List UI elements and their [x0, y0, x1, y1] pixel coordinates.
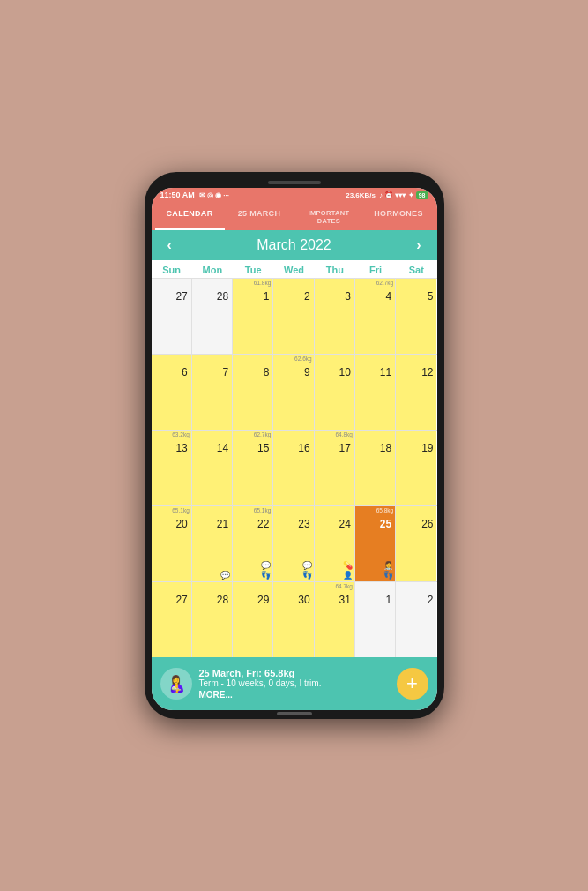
day-cell[interactable]: 16: [273, 431, 314, 505]
month-header: ‹ March 2022 ›: [152, 230, 437, 260]
day-cell[interactable]: 30: [273, 582, 314, 657]
day-cell[interactable]: 29: [233, 582, 273, 657]
day-header-sat: Sat: [396, 260, 436, 278]
battery-indicator: 98: [416, 191, 428, 199]
person-icon: 👤: [343, 571, 353, 580]
calendar-weeks: 27 28 61.8kg 1 2 3 62.7kg 4 5: [152, 278, 437, 657]
day-header-thu: Thu: [315, 260, 355, 278]
day-cell[interactable]: 1: [355, 582, 396, 657]
day-cell[interactable]: 2: [396, 582, 436, 657]
data-speed: 23.6KB/s: [346, 191, 376, 199]
day-header-wed: Wed: [273, 260, 314, 278]
more-link[interactable]: MORE...: [199, 690, 390, 700]
day-header-tue: Tue: [233, 260, 273, 278]
chat-icon: 💬: [302, 561, 312, 570]
day-cell[interactable]: 62.7kg 4: [355, 279, 396, 354]
pill-icon: 💊: [343, 561, 353, 570]
tab-hormones[interactable]: HORMONES: [364, 202, 434, 230]
tab-25march[interactable]: 25 MARCH: [225, 202, 294, 230]
day-cell[interactable]: 2: [273, 279, 314, 354]
day-cell[interactable]: 63.2kg 13: [152, 431, 192, 505]
day-cell[interactable]: 28: [192, 279, 233, 354]
day-cell[interactable]: 65.1kg 22 💬 👣: [233, 506, 273, 581]
tab-calendar[interactable]: CALENDAR: [155, 202, 225, 230]
status-icons-left: ✉ ◎ ◉ ···: [199, 191, 229, 199]
next-month-button[interactable]: ›: [411, 237, 426, 253]
day-cell[interactable]: 26: [396, 506, 436, 581]
day-cell[interactable]: 65.1kg 20: [152, 506, 192, 581]
status-icons-right: ♪ ⏰ ▾▾▾ ✦: [379, 191, 414, 199]
day-cell[interactable]: 23 💬 👣: [273, 506, 314, 581]
week-row-5: 27 28 29 30 64.7kg 31 1 2: [152, 581, 437, 657]
day-cell[interactable]: 8: [233, 355, 273, 430]
day-cell[interactable]: 27: [152, 582, 192, 657]
term-label: Term - 10 weeks, 0 days, I trim.: [199, 678, 390, 688]
day-cell[interactable]: 64.8kg 17: [315, 431, 355, 505]
status-left: 11:50 AM ✉ ◎ ◉ ···: [160, 191, 230, 199]
day-cell[interactable]: 14: [192, 431, 233, 505]
week-row-3: 63.2kg 13 14 62.7kg 15 16 64.8kg 17 18 1…: [152, 430, 437, 505]
month-title: March 2022: [257, 237, 331, 253]
day-cell[interactable]: 19: [396, 431, 436, 505]
day-cell[interactable]: 18: [355, 431, 396, 505]
bottom-text: 25 March, Fri: 65.8kg Term - 10 weeks, 0…: [199, 668, 390, 700]
status-bar: 11:50 AM ✉ ◎ ◉ ··· 23.6KB/s ♪ ⏰ ▾▾▾ ✦ 98: [152, 188, 437, 202]
week-row-1: 27 28 61.8kg 1 2 3 62.7kg 4 5: [152, 278, 437, 354]
day-cell[interactable]: 24 💊 👤: [315, 506, 355, 581]
prev-month-button[interactable]: ‹: [162, 237, 177, 253]
day-cell[interactable]: 62.6kg 9: [273, 355, 314, 430]
phone-home-bar: [277, 712, 312, 715]
phone-screen: 11:50 AM ✉ ◎ ◉ ··· 23.6KB/s ♪ ⏰ ▾▾▾ ✦ 98…: [152, 188, 437, 710]
day-cell[interactable]: 64.7kg 31: [315, 582, 355, 657]
chat-icon: 💬: [261, 561, 271, 570]
week-row-4: 65.1kg 20 21 💬 65.1kg 22 💬: [152, 505, 437, 581]
day-cell[interactable]: 10: [315, 355, 355, 430]
day-cell[interactable]: 5: [396, 279, 436, 354]
date-weight-label: 25 March, Fri: 65.8kg: [199, 668, 390, 678]
day-cell[interactable]: 28: [192, 582, 233, 657]
feet-icon: 👣: [261, 571, 271, 580]
status-time: 11:50 AM: [160, 191, 195, 199]
week-row-2: 6 7 8 62.6kg 9 10 11 12: [152, 354, 437, 430]
phone-shell: 11:50 AM ✉ ◎ ◉ ··· 23.6KB/s ♪ ⏰ ▾▾▾ ✦ 98…: [145, 172, 444, 719]
feet-icon: 👣: [383, 571, 393, 580]
chat-icon: 💬: [220, 571, 230, 580]
day-header-fri: Fri: [355, 260, 396, 278]
status-right: 23.6KB/s ♪ ⏰ ▾▾▾ ✦ 98: [346, 191, 428, 199]
day-cell[interactable]: 61.8kg 1: [233, 279, 273, 354]
day-cell[interactable]: 12: [396, 355, 436, 430]
day-cell[interactable]: 6: [152, 355, 192, 430]
day-cell[interactable]: 62.7kg 15: [233, 431, 273, 505]
bottom-info: 🤱 25 March, Fri: 65.8kg Term - 10 weeks,…: [152, 657, 437, 710]
day-cell[interactable]: 21 💬: [192, 506, 233, 581]
day-header-sun: Sun: [152, 260, 192, 278]
day-header-mon: Mon: [192, 260, 233, 278]
baby-icon: 🤱: [160, 668, 192, 700]
day-cell[interactable]: 3: [315, 279, 355, 354]
tab-important-dates[interactable]: IMPORTANT DATES: [294, 202, 364, 230]
day-cell[interactable]: 7: [192, 355, 233, 430]
nurse-icon: 👩‍⚕️: [383, 561, 393, 570]
day-cell[interactable]: 11: [355, 355, 396, 430]
day-headers: Sun Mon Tue Wed Thu Fri Sat: [152, 260, 437, 278]
calendar-grid: Sun Mon Tue Wed Thu Fri Sat 27 28 61.8kg…: [152, 260, 437, 657]
feet-icon: 👣: [302, 571, 312, 580]
day-cell[interactable]: 27: [152, 279, 192, 354]
add-button[interactable]: +: [397, 668, 428, 700]
nav-tabs: CALENDAR 25 MARCH IMPORTANT DATES HORMON…: [152, 202, 437, 230]
phone-notch: [152, 181, 437, 184]
day-cell-today[interactable]: 65.8kg 25 👩‍⚕️ 👣: [355, 506, 396, 581]
notch-bar: [268, 181, 321, 184]
